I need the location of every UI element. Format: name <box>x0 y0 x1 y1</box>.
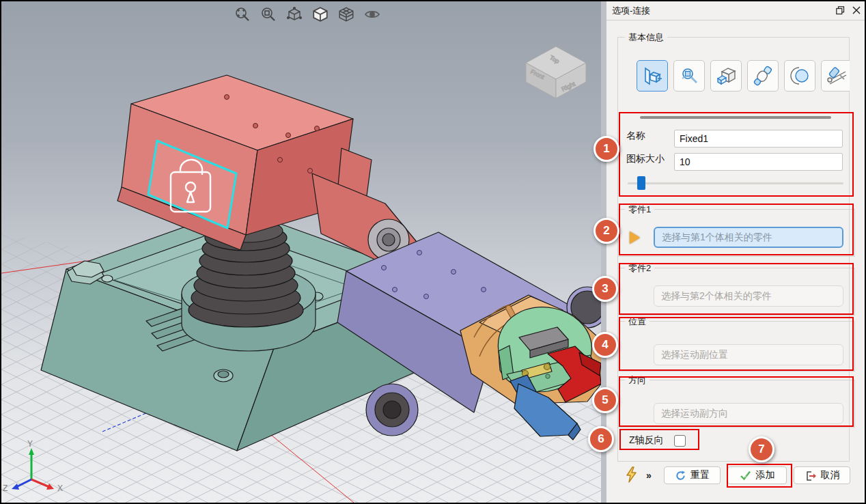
zoom-extents-icon[interactable] <box>234 5 251 23</box>
ball-joint-button[interactable] <box>784 60 815 92</box>
reset-button[interactable]: 重置 <box>664 466 721 484</box>
quick-action-lightning-icon[interactable] <box>625 466 637 483</box>
part1-label: 零件1 <box>625 204 654 216</box>
active-selection-arrow-icon <box>630 232 640 244</box>
reset-icon <box>675 470 686 481</box>
z-invert-checkbox[interactable] <box>674 435 686 447</box>
basic-info-label: 基本信息 <box>625 31 667 44</box>
part1-placeholder: 选择与第1个体相关的零件 <box>662 232 772 244</box>
icon-size-slider-thumb[interactable] <box>637 176 645 190</box>
visibility-eye-icon[interactable] <box>363 5 381 23</box>
part2-placeholder: 选择与第2个体相关的零件 <box>661 290 772 303</box>
close-icon[interactable] <box>851 5 862 16</box>
icon-size-slider-track[interactable] <box>628 182 843 184</box>
part1-pickbox[interactable]: 选择与第1个体相关的零件 <box>654 227 843 248</box>
cylindrical-joint-button[interactable] <box>747 60 779 92</box>
shaded-view-icon[interactable] <box>311 5 329 23</box>
view-cube[interactable]: Top Front Right <box>526 46 586 98</box>
icon-size-input[interactable] <box>674 153 843 171</box>
position-pickbox[interactable]: 选择运动副位置 <box>654 344 843 365</box>
direction-label: 方向 <box>625 374 650 387</box>
add-button[interactable]: 添加 <box>727 466 787 484</box>
part2-pickbox[interactable]: 选择与第2个体相关的零件 <box>654 285 843 307</box>
application-window: Top Front Right Y X Z <box>0 0 866 504</box>
triad-y-label: Y <box>27 439 33 449</box>
position-placeholder: 选择运动副位置 <box>661 349 728 361</box>
robot-arm-model: Top Front Right Y X Z <box>1 1 601 503</box>
3d-viewport[interactable]: Top Front Right Y X Z <box>1 1 601 503</box>
triad-z-label: Z <box>3 484 8 493</box>
panel-title: 选项-连接 <box>612 5 650 17</box>
cancel-label: 取消 <box>821 469 840 481</box>
section-drag-handle[interactable] <box>640 116 831 119</box>
name-label: 名称 <box>626 130 645 142</box>
viewport-toolbar <box>234 5 381 23</box>
cancel-button[interactable]: 取消 <box>794 466 850 484</box>
reset-label: 重置 <box>690 469 710 481</box>
cancel-exit-icon <box>805 470 817 481</box>
icon-size-label: 图标大小 <box>626 153 665 165</box>
wireframe-view-icon[interactable] <box>337 5 355 23</box>
zoom-window-icon[interactable] <box>260 5 277 23</box>
add-label: 添加 <box>756 469 775 481</box>
joint-type-row <box>637 60 850 94</box>
part2-label: 零件2 <box>625 262 654 275</box>
triad-x-label: X <box>57 484 63 493</box>
expand-chevrons[interactable]: » <box>646 470 652 481</box>
z-invert-label: Z轴反向 <box>629 434 664 447</box>
position-label: 位置 <box>625 316 650 328</box>
add-check-icon <box>740 470 752 481</box>
float-window-icon[interactable] <box>835 5 846 16</box>
options-panel: 选项-连接 基本信息 <box>606 1 866 503</box>
screw-joint-button[interactable] <box>821 60 850 92</box>
name-input[interactable] <box>674 130 843 148</box>
slider-joint-button[interactable] <box>710 60 742 92</box>
panel-title-bar: 选项-连接 <box>606 1 866 20</box>
revolute-joint-button[interactable] <box>673 60 705 92</box>
fixed-joint-button[interactable] <box>637 60 668 92</box>
direction-pickbox[interactable]: 选择运动副方向 <box>654 403 843 424</box>
isometric-view-icon[interactable] <box>285 5 303 23</box>
direction-placeholder: 选择运动副方向 <box>661 408 728 420</box>
